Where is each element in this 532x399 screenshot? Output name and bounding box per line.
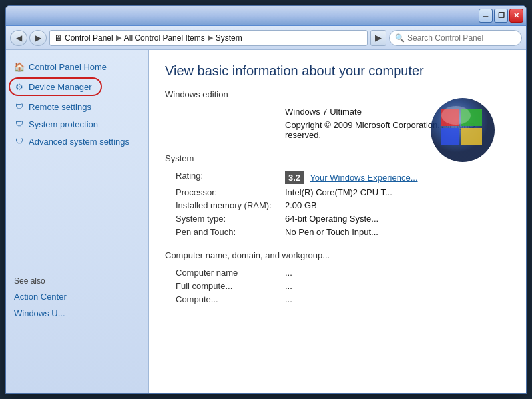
see-also-title: See also — [6, 270, 148, 288]
forward-button[interactable]: ▶ — [29, 30, 47, 46]
computer-row: Compute... ... — [165, 294, 510, 304]
path-icon: 🖥 — [54, 33, 62, 43]
sidebar-label-device-manager: Device Manager — [29, 82, 92, 92]
system-type-label: System type: — [165, 214, 285, 224]
sidebar-label-remote: Remote settings — [29, 102, 91, 112]
ram-label: Installed memory (RAM): — [165, 200, 285, 210]
pen-touch-value: No Pen or Touch Input... — [285, 227, 378, 237]
restore-button[interactable]: ❐ — [494, 9, 508, 23]
sidebar-item-control-panel-home[interactable]: 🏠 Control Panel Home — [6, 58, 148, 75]
nav-buttons: ◀ ▶ — [10, 30, 47, 46]
processor-row: Processor: Intel(R) Core(TM)2 CPU T... — [165, 187, 510, 197]
computer-name-row: Computer name ... — [165, 268, 510, 278]
ram-row: Installed memory (RAM): 2.00 GB — [165, 200, 510, 210]
path-control-panel[interactable]: Control Panel — [65, 33, 113, 43]
sidebar-item-windows-update[interactable]: Windows U... — [6, 305, 148, 322]
sidebar-item-system-protection[interactable]: 🛡 System protection — [6, 115, 148, 133]
windows-logo — [426, 90, 513, 177]
page-title: View basic information about your comput… — [165, 63, 510, 79]
search-input[interactable] — [407, 33, 501, 43]
address-bar: ◀ ▶ 🖥 Control Panel ▶ All Control Panel … — [6, 26, 526, 50]
full-computer-row: Full compute... ... — [165, 281, 510, 291]
rating-label: Rating: — [165, 171, 285, 184]
sidebar-item-action-center[interactable]: Action Center — [6, 288, 148, 305]
pen-touch-row: Pen and Touch: No Pen or Touch Input... — [165, 227, 510, 237]
full-computer-value: ... — [285, 281, 292, 291]
processor-label: Processor: — [165, 187, 285, 197]
action-center-label: Action Center — [14, 292, 67, 302]
rating-badge: 3.2 — [285, 171, 304, 184]
minimize-button[interactable]: ─ — [479, 9, 493, 23]
computer-name-header: Computer name, domain, and workgroup... — [165, 250, 510, 262]
sidebar-item-advanced-settings[interactable]: 🛡 Advanced system settings — [6, 133, 148, 150]
sidebar-label-advanced: Advanced system settings — [29, 137, 129, 147]
ram-value: 2.00 GB — [285, 200, 317, 210]
computer-value: ... — [285, 294, 292, 304]
sidebar: 🏠 Control Panel Home ⚙ Device Manager 🛡 … — [6, 50, 149, 393]
title-bar: ─ ❐ ✕ — [6, 6, 526, 26]
edition-spacer — [165, 107, 285, 117]
main-window: ─ ❐ ✕ ◀ ▶ 🖥 Control Panel ▶ All Control … — [5, 5, 527, 394]
full-computer-label: Full compute... — [165, 281, 285, 291]
path-system[interactable]: System — [216, 33, 242, 43]
search-box: 🔍 — [389, 30, 522, 46]
content-panel: View basic information about your comput… — [149, 50, 526, 393]
rating-value: 3.2 Your Windows Experience... — [285, 171, 418, 184]
sidebar-label-home: Control Panel Home — [29, 62, 107, 72]
main-area: 🏠 Control Panel Home ⚙ Device Manager 🛡 … — [6, 50, 526, 393]
system-type-row: System type: 64-bit Operating Syste... — [165, 214, 510, 224]
copyright-spacer — [165, 120, 285, 140]
computer-name-value: ... — [285, 268, 292, 278]
back-button[interactable]: ◀ — [10, 30, 27, 46]
home-icon: 🏠 — [14, 61, 25, 72]
advanced-icon: 🛡 — [14, 136, 25, 147]
computer-label: Compute... — [165, 294, 285, 304]
device-manager-icon: ⚙ — [14, 81, 25, 92]
address-path[interactable]: 🖥 Control Panel ▶ All Control Panel Item… — [49, 30, 368, 46]
title-bar-controls: ─ ❐ ✕ — [479, 9, 523, 23]
windows-update-label: Windows U... — [14, 308, 65, 318]
sidebar-item-remote-settings[interactable]: 🛡 Remote settings — [6, 98, 148, 115]
sidebar-label-protection: System protection — [29, 119, 98, 129]
sidebar-item-device-manager[interactable]: ⚙ Device Manager — [6, 78, 148, 95]
edition-value: Windows 7 Ultimate — [285, 107, 362, 117]
processor-value: Intel(R) Core(TM)2 CPU T... — [285, 187, 392, 197]
protection-icon: 🛡 — [14, 119, 25, 129]
rating-link[interactable]: Your Windows Experience... — [310, 173, 417, 183]
search-icon: 🔍 — [395, 33, 405, 43]
computer-name-section: Computer name, domain, and workgroup... … — [165, 250, 510, 304]
svg-point-1 — [441, 106, 471, 125]
remote-icon: 🛡 — [14, 101, 25, 112]
pen-touch-label: Pen and Touch: — [165, 227, 285, 237]
path-sep-1: ▶ — [116, 33, 121, 42]
path-all-items[interactable]: All Control Panel Items — [124, 33, 205, 43]
system-type-value: 64-bit Operating Syste... — [285, 214, 378, 224]
path-sep-2: ▶ — [208, 33, 213, 42]
go-button[interactable]: ▶ — [370, 30, 386, 46]
computer-name-label: Computer name — [165, 268, 285, 278]
close-button[interactable]: ✕ — [509, 9, 523, 23]
